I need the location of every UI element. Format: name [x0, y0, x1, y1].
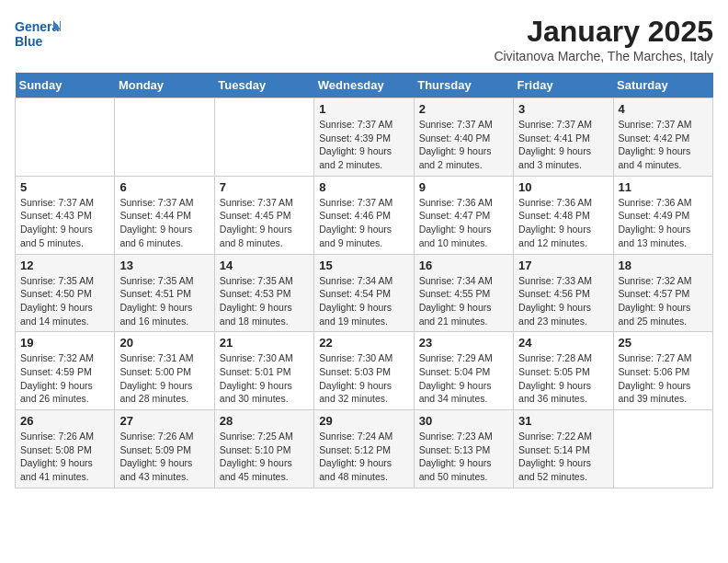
- calendar-cell: 22Sunrise: 7:30 AM Sunset: 5:03 PM Dayli…: [314, 332, 414, 410]
- day-info: Sunrise: 7:37 AM Sunset: 4:43 PM Dayligh…: [20, 196, 109, 250]
- day-number: 15: [319, 259, 408, 272]
- calendar-cell: 16Sunrise: 7:34 AM Sunset: 4:55 PM Dayli…: [414, 254, 513, 332]
- calendar-cell: 21Sunrise: 7:30 AM Sunset: 5:01 PM Dayli…: [214, 332, 313, 410]
- calendar-cell: [16, 98, 115, 177]
- day-number: 18: [619, 259, 708, 272]
- calendar-cell: 17Sunrise: 7:33 AM Sunset: 4:56 PM Dayli…: [514, 254, 613, 332]
- weekday-header-sunday: Sunday: [16, 73, 115, 98]
- calendar-week-5: 26Sunrise: 7:26 AM Sunset: 5:08 PM Dayli…: [16, 410, 713, 488]
- logo: General Blue: [15, 15, 61, 55]
- day-info: Sunrise: 7:37 AM Sunset: 4:46 PM Dayligh…: [319, 196, 408, 250]
- calendar-table: SundayMondayTuesdayWednesdayThursdayFrid…: [15, 73, 713, 488]
- day-number: 21: [220, 336, 309, 350]
- calendar-cell: 26Sunrise: 7:26 AM Sunset: 5:08 PM Dayli…: [16, 410, 115, 488]
- calendar-cell: [214, 98, 313, 177]
- day-number: 7: [220, 180, 309, 194]
- day-number: 24: [518, 336, 608, 350]
- day-number: 11: [619, 180, 708, 194]
- day-info: Sunrise: 7:25 AM Sunset: 5:10 PM Dayligh…: [220, 430, 309, 484]
- calendar-cell: 18Sunrise: 7:32 AM Sunset: 4:57 PM Dayli…: [613, 254, 712, 332]
- day-number: 2: [419, 102, 508, 116]
- day-number: 8: [319, 180, 408, 194]
- day-info: Sunrise: 7:37 AM Sunset: 4:42 PM Dayligh…: [619, 118, 708, 172]
- day-number: 10: [518, 180, 608, 194]
- calendar-cell: 25Sunrise: 7:27 AM Sunset: 5:06 PM Dayli…: [613, 332, 712, 410]
- day-number: 4: [619, 102, 708, 116]
- calendar-cell: 1Sunrise: 7:37 AM Sunset: 4:39 PM Daylig…: [314, 98, 414, 177]
- day-number: 23: [419, 336, 508, 350]
- day-info: Sunrise: 7:26 AM Sunset: 5:09 PM Dayligh…: [119, 430, 209, 484]
- logo-svg: General Blue: [15, 15, 61, 55]
- day-number: 14: [220, 259, 309, 272]
- title-block: January 2025 Civitanova Marche, The Marc…: [494, 15, 713, 63]
- day-info: Sunrise: 7:30 AM Sunset: 5:01 PM Dayligh…: [220, 351, 309, 406]
- day-info: Sunrise: 7:34 AM Sunset: 4:55 PM Dayligh…: [419, 274, 508, 328]
- calendar-cell: 31Sunrise: 7:22 AM Sunset: 5:14 PM Dayli…: [514, 410, 613, 488]
- day-info: Sunrise: 7:37 AM Sunset: 4:40 PM Dayligh…: [419, 118, 508, 172]
- weekday-header-tuesday: Tuesday: [214, 73, 313, 98]
- day-info: Sunrise: 7:30 AM Sunset: 5:03 PM Dayligh…: [319, 351, 408, 406]
- calendar-cell: 3Sunrise: 7:37 AM Sunset: 4:41 PM Daylig…: [514, 98, 613, 177]
- day-number: 5: [20, 180, 109, 194]
- day-info: Sunrise: 7:35 AM Sunset: 4:51 PM Dayligh…: [119, 274, 209, 328]
- day-number: 28: [220, 414, 309, 428]
- calendar-cell: 12Sunrise: 7:35 AM Sunset: 4:50 PM Dayli…: [16, 254, 115, 332]
- day-info: Sunrise: 7:35 AM Sunset: 4:50 PM Dayligh…: [20, 274, 109, 328]
- day-number: 13: [119, 259, 209, 272]
- page-header: General Blue January 2025 Civitanova Mar…: [15, 15, 713, 63]
- calendar-cell: [115, 98, 214, 177]
- calendar-cell: 9Sunrise: 7:36 AM Sunset: 4:47 PM Daylig…: [414, 176, 513, 254]
- day-info: Sunrise: 7:36 AM Sunset: 4:47 PM Dayligh…: [419, 196, 508, 250]
- calendar-cell: 14Sunrise: 7:35 AM Sunset: 4:53 PM Dayli…: [214, 254, 313, 332]
- weekday-header-saturday: Saturday: [613, 73, 712, 98]
- calendar-cell: 11Sunrise: 7:36 AM Sunset: 4:49 PM Dayli…: [613, 176, 712, 254]
- day-info: Sunrise: 7:32 AM Sunset: 4:59 PM Dayligh…: [20, 351, 109, 406]
- day-number: 30: [419, 414, 508, 428]
- day-info: Sunrise: 7:23 AM Sunset: 5:13 PM Dayligh…: [419, 430, 508, 484]
- day-info: Sunrise: 7:37 AM Sunset: 4:39 PM Dayligh…: [319, 118, 408, 172]
- day-number: 29: [319, 414, 408, 428]
- day-info: Sunrise: 7:31 AM Sunset: 5:00 PM Dayligh…: [119, 351, 209, 406]
- calendar-cell: 10Sunrise: 7:36 AM Sunset: 4:48 PM Dayli…: [514, 176, 613, 254]
- day-info: Sunrise: 7:27 AM Sunset: 5:06 PM Dayligh…: [619, 351, 708, 406]
- calendar-cell: 24Sunrise: 7:28 AM Sunset: 5:05 PM Dayli…: [514, 332, 613, 410]
- calendar-cell: 27Sunrise: 7:26 AM Sunset: 5:09 PM Dayli…: [115, 410, 214, 488]
- day-info: Sunrise: 7:37 AM Sunset: 4:41 PM Dayligh…: [518, 118, 608, 172]
- day-number: 26: [20, 414, 109, 428]
- day-info: Sunrise: 7:32 AM Sunset: 4:57 PM Dayligh…: [619, 274, 708, 328]
- calendar-week-1: 1Sunrise: 7:37 AM Sunset: 4:39 PM Daylig…: [16, 98, 713, 177]
- day-info: Sunrise: 7:37 AM Sunset: 4:45 PM Dayligh…: [220, 196, 309, 250]
- calendar-cell: 29Sunrise: 7:24 AM Sunset: 5:12 PM Dayli…: [314, 410, 414, 488]
- day-number: 16: [419, 259, 508, 272]
- day-number: 3: [518, 102, 608, 116]
- day-info: Sunrise: 7:36 AM Sunset: 4:48 PM Dayligh…: [518, 196, 608, 250]
- weekday-header-thursday: Thursday: [414, 73, 513, 98]
- calendar-cell: [613, 410, 712, 488]
- day-number: 25: [619, 336, 708, 350]
- weekday-header-wednesday: Wednesday: [314, 73, 414, 98]
- day-number: 22: [319, 336, 408, 350]
- day-info: Sunrise: 7:22 AM Sunset: 5:14 PM Dayligh…: [518, 430, 608, 484]
- day-number: 12: [20, 259, 109, 272]
- calendar-cell: 20Sunrise: 7:31 AM Sunset: 5:00 PM Dayli…: [115, 332, 214, 410]
- calendar-cell: 6Sunrise: 7:37 AM Sunset: 4:44 PM Daylig…: [115, 176, 214, 254]
- calendar-cell: 7Sunrise: 7:37 AM Sunset: 4:45 PM Daylig…: [214, 176, 313, 254]
- weekday-header-friday: Friday: [514, 73, 613, 98]
- calendar-cell: 30Sunrise: 7:23 AM Sunset: 5:13 PM Dayli…: [414, 410, 513, 488]
- calendar-cell: 4Sunrise: 7:37 AM Sunset: 4:42 PM Daylig…: [613, 98, 712, 177]
- calendar-cell: 5Sunrise: 7:37 AM Sunset: 4:43 PM Daylig…: [16, 176, 115, 254]
- calendar-week-4: 19Sunrise: 7:32 AM Sunset: 4:59 PM Dayli…: [16, 332, 713, 410]
- day-number: 19: [20, 336, 109, 350]
- day-info: Sunrise: 7:34 AM Sunset: 4:54 PM Dayligh…: [319, 274, 408, 328]
- calendar-cell: 19Sunrise: 7:32 AM Sunset: 4:59 PM Dayli…: [16, 332, 115, 410]
- day-number: 27: [119, 414, 209, 428]
- day-info: Sunrise: 7:24 AM Sunset: 5:12 PM Dayligh…: [319, 430, 408, 484]
- day-info: Sunrise: 7:36 AM Sunset: 4:49 PM Dayligh…: [619, 196, 708, 250]
- calendar-week-2: 5Sunrise: 7:37 AM Sunset: 4:43 PM Daylig…: [16, 176, 713, 254]
- day-info: Sunrise: 7:33 AM Sunset: 4:56 PM Dayligh…: [518, 274, 608, 328]
- month-title: January 2025: [494, 15, 713, 49]
- day-number: 6: [119, 180, 209, 194]
- calendar-cell: 15Sunrise: 7:34 AM Sunset: 4:54 PM Dayli…: [314, 254, 414, 332]
- svg-text:Blue: Blue: [15, 34, 43, 49]
- calendar-week-3: 12Sunrise: 7:35 AM Sunset: 4:50 PM Dayli…: [16, 254, 713, 332]
